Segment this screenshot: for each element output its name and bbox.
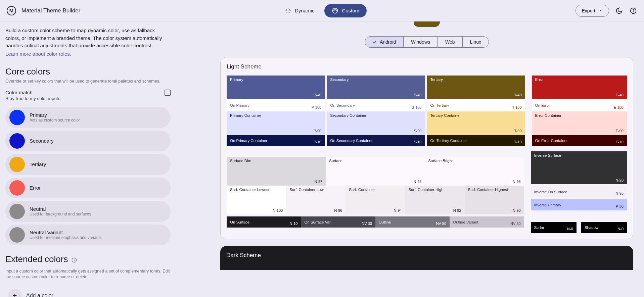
dark-scheme-title: Dark Scheme [226,252,627,259]
core-color-error[interactable]: Error [5,178,171,198]
platform-tab-windows[interactable]: Windows [404,37,438,47]
chevron-down-icon [599,9,603,13]
export-label: Export [582,8,595,13]
core-color-tertiary[interactable]: Tertiary [5,154,171,175]
color-name: Primary [30,112,80,118]
token-code: E-40 [616,93,624,97]
token-on-surface-var-[interactable]: On Surface Var.NV-30 [301,216,375,228]
token-on-primary[interactable]: On PrimaryP-100 [227,99,325,111]
token-name: Inverse On Surface [534,190,567,194]
token-surf-container-highest[interactable]: Surf. Container HighestN-90 [465,186,524,214]
extended-colors-desc: Input a custom color that automatically … [5,268,171,280]
token-code: N-98 [414,180,422,184]
token-shadow[interactable]: ShadowN-0 [581,222,627,233]
color-match-sub: Stay true to my color inputs. [5,96,61,101]
core-color-neutral-variant[interactable]: Neutral Variant Used for medium emphasis… [5,225,171,245]
token-on-error[interactable]: On ErrorE-100 [532,99,627,111]
color-match-label: Color match [5,90,61,95]
token-inverse-surface[interactable]: Inverse SurfaceN-20 [531,151,627,184]
token-name: Surf. Container Highest [468,188,521,192]
token-code: P-90 [314,129,321,133]
tab-dynamic[interactable]: Dynamic [277,4,322,17]
color-desc: Used for background and surfaces [30,212,91,216]
add-color-button[interactable]: + Add a color [5,285,171,297]
token-surface[interactable]: SurfaceN-98 [326,157,425,186]
token-name: On Secondary [330,103,355,107]
token-on-error-container[interactable]: On Error ContainerE-10 [532,135,627,146]
token-on-tertiary-container[interactable]: On Tertiary ContainerT-10 [427,135,525,146]
color-desc: Acts as custom source color [30,118,80,122]
token-error-container[interactable]: Error ContainerE-90 [532,111,627,135]
token-code: N-98 [513,180,521,184]
token-surface-bright[interactable]: Surface BrightN-98 [425,157,524,186]
core-color-secondary[interactable]: Secondary [5,131,171,151]
token-code: NV-30 [362,221,372,226]
token-code: P-100 [312,105,321,109]
core-colors-title: Core colors [5,66,171,77]
token-code: NV-80 [510,221,521,226]
token-surf-container-lowest[interactable]: Surf. Container LowestN-100 [227,186,286,214]
token-name: Surf. Container High [408,188,461,192]
token-on-primary-container[interactable]: On Primary ContainerP-10 [227,135,325,146]
svg-point-6 [633,9,633,9]
token-code: S-100 [412,105,421,109]
token-secondary[interactable]: SecondaryS-40 [327,76,425,99]
token-surf-container[interactable]: Surf. ContainerN-94 [346,186,405,214]
token-name: Primary [230,78,321,82]
dark-mode-toggle[interactable] [615,7,623,15]
token-code: N-100 [273,208,283,212]
token-inverse-on-surface[interactable]: Inverse On SurfaceN-95 [531,186,627,197]
token-error[interactable]: ErrorE-40 [532,76,627,99]
token-inverse-primary[interactable]: Inverse PrimaryP-80 [531,199,627,210]
core-color-neutral[interactable]: Neutral Used for background and surfaces [5,201,171,222]
svg-point-9 [74,259,75,259]
token-name: Outline Variant [453,220,478,224]
token-primary-container[interactable]: Primary ContainerP-90 [227,111,325,135]
info-icon[interactable] [71,257,77,263]
token-name: Secondary [330,78,421,82]
color-name: Neutral Variant [30,230,102,235]
token-outline[interactable]: OutlineNV-50 [375,216,450,228]
token-name: On Tertiary [430,103,449,107]
palette-icon [332,7,338,14]
tab-custom[interactable]: Custom [324,4,367,17]
core-colors-subtitle: Override or set key colors that will be … [5,79,171,84]
material-logo: M [7,6,16,15]
token-name: Surface [329,159,421,163]
token-code: N-20 [615,178,624,182]
token-primary[interactable]: PrimaryP-40 [227,76,325,99]
token-on-tertiary[interactable]: On TertiaryT-100 [427,99,525,111]
token-tertiary-container[interactable]: Tertiary ContainerT-90 [427,111,525,135]
token-code: S-40 [414,93,421,97]
token-surf-container-low[interactable]: Surf. Container LowN-96 [286,186,346,214]
token-tertiary[interactable]: TertiaryT-40 [427,76,525,99]
token-code: N-92 [453,208,461,212]
token-surface-dim[interactable]: Surface DimN-87 [227,157,326,186]
token-outline-variant[interactable]: Outline VariantNV-80 [450,216,524,228]
color-match-checkbox[interactable] [165,90,171,96]
token-secondary-container[interactable]: Secondary ContainerS-90 [327,111,425,135]
learn-more-link[interactable]: Learn more about color roles. [5,51,71,57]
color-name: Neutral [30,206,91,212]
core-color-primary[interactable]: Primary Acts as custom source color [5,107,171,128]
intro-text: Build a custom color scheme to map dynam… [5,27,171,50]
token-name: Surface Dim [230,159,322,163]
token-code: T-90 [514,129,522,133]
token-scrim[interactable]: ScrimN-0 [531,222,577,233]
platform-tab-linux[interactable]: Linux [463,37,489,47]
token-name: On Primary Container [230,139,267,143]
token-surf-container-high[interactable]: Surf. Container HighN-92 [405,186,464,214]
color-desc: Used for medium emphasis and variants [30,235,102,240]
light-scheme-title: Light Scheme [227,63,627,70]
token-name: Tertiary Container [430,113,521,117]
platform-tab-android[interactable]: Android [365,37,404,47]
info-button[interactable] [629,7,637,15]
token-on-secondary[interactable]: On SecondaryS-100 [327,99,425,111]
token-name: On Error [535,103,550,107]
token-name: On Surface Var. [304,220,331,224]
export-button[interactable]: Export [576,5,609,17]
token-on-surface[interactable]: On SurfaceN-10 [227,216,301,228]
token-name: On Error Container [535,139,568,143]
platform-tab-web[interactable]: Web [438,37,463,47]
token-on-secondary-container[interactable]: On Secondary ContainerS-10 [327,135,425,146]
